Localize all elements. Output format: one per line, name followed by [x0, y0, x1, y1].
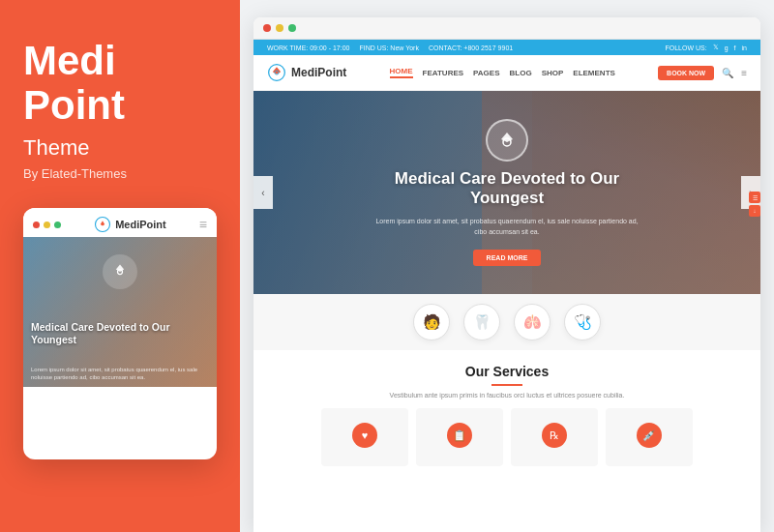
infobar-follow: FOLLOW US: [666, 44, 707, 51]
our-services-description: Vestibulum ante ipsum primis in faucibus… [273, 392, 741, 399]
service-icons-row: 🧑 🦷 🫁 🩺 [253, 294, 760, 350]
navbar-link-pages[interactable]: PAGES [473, 69, 499, 77]
theme-subtitle: Theme [23, 135, 89, 161]
search-icon[interactable]: 🔍 [722, 68, 733, 78]
desktop-info-bar: WORK TIME: 09:00 - 17:00 FIND US: New Yo… [253, 40, 760, 55]
records-icon: 📋 [447, 423, 472, 448]
mobile-hero: Medical Care Devoted to Our Youngest Lor… [23, 237, 217, 387]
infobar-contact: CONTACT: +800 2517 9901 [429, 44, 513, 51]
mobile-logo: MediPoint [94, 216, 166, 233]
navbar-right: BOOK NOW 🔍 ≡ [658, 66, 747, 80]
desktop-hero: Medical Care Devoted to Our Youngest Lor… [253, 91, 760, 294]
hamburger-icon[interactable]: ≡ [741, 68, 747, 78]
navbar-link-home[interactable]: HOME [390, 67, 413, 78]
infobar-left: WORK TIME: 09:00 - 17:00 FIND US: New Yo… [267, 44, 513, 51]
service-card-records[interactable]: 📋 [416, 408, 503, 466]
navbar-logo-text: MediPoint [291, 66, 346, 79]
stethoscope-icon: 🩺 [574, 313, 592, 331]
person-icon: 🧑 [423, 313, 441, 331]
theme-name: Medi Point [23, 39, 125, 128]
tooth-icon: 🦷 [473, 313, 491, 331]
social-t[interactable]: 𝕏 [713, 44, 719, 51]
infobar-right: FOLLOW US: 𝕏 g f in [666, 44, 748, 51]
service-card-injections[interactable]: 💉 [606, 408, 693, 466]
book-now-button[interactable]: BOOK NOW [658, 66, 714, 80]
desktop-title-bar [253, 17, 760, 40]
desktop-dot-yellow [276, 24, 283, 32]
hero-arrow-left[interactable]: ‹ [253, 176, 273, 209]
navbar-link-blog[interactable]: BLOG [510, 69, 532, 77]
read-more-button[interactable]: READ MORE [473, 250, 542, 266]
social-f[interactable]: f [734, 44, 736, 51]
infobar-find-us: FIND US: New York [359, 44, 418, 51]
mobile-hero-logo-icon [103, 254, 137, 289]
hero-content: Medical Care Devoted to Our Youngest Lor… [372, 119, 642, 266]
our-services-divider [491, 384, 522, 386]
desktop-mockup: WORK TIME: 09:00 - 17:00 FIND US: New Yo… [253, 17, 760, 532]
hero-title: Medical Care Devoted to Our Youngest [372, 169, 642, 209]
mobile-dot-yellow [44, 222, 50, 228]
navbar-links: HOME FEATURES PAGES BLOG SHOP ELEMENTS [390, 67, 615, 78]
mobile-dot-green [54, 222, 61, 228]
our-services-section: Our Services Vestibulum ante ipsum primi… [253, 350, 760, 476]
social-in[interactable]: in [742, 44, 747, 51]
mobile-window-dots [33, 222, 61, 228]
service-icon-tooth[interactable]: 🦷 [463, 304, 500, 340]
cardiology-icon: ♥ [352, 423, 377, 448]
injection-icon: 💉 [637, 423, 662, 448]
service-icon-person[interactable]: 🧑 [413, 304, 450, 340]
scroll-badge-top[interactable]: ☰ [749, 192, 760, 203]
hero-logo-icon [486, 119, 528, 162]
desktop-dot-green [288, 24, 296, 32]
mobile-menu-icon[interactable]: ≡ [199, 217, 207, 232]
navbar-logo: MediPoint [267, 63, 346, 82]
service-icon-lung[interactable]: 🫁 [514, 304, 551, 340]
right-panel: WORK TIME: 09:00 - 17:00 FIND US: New Yo… [240, 0, 774, 532]
right-scrollbar: ☰ ↓ [749, 17, 760, 217]
social-g[interactable]: g [725, 44, 729, 51]
navbar-logo-icon [267, 63, 286, 82]
mobile-hero-title: Medical Care Devoted to Our Youngest [31, 321, 209, 346]
services-cards-row: ♥ 📋 ℞ 💉 [273, 408, 741, 466]
our-services-title: Our Services [273, 364, 741, 379]
desktop-navbar: MediPoint HOME FEATURES PAGES BLOG SHOP … [253, 55, 760, 91]
lung-icon: 🫁 [523, 313, 542, 331]
theme-author: By Elated-Themes [23, 166, 127, 181]
desktop-dot-red [263, 24, 271, 32]
infobar-work-time: WORK TIME: 09:00 - 17:00 [267, 44, 349, 51]
service-icon-stethoscope[interactable]: 🩺 [564, 304, 601, 340]
service-card-cardiology[interactable]: ♥ [321, 408, 408, 466]
hero-description: Lorem ipsum dolor sit amet, sit probatus… [372, 216, 642, 237]
scroll-badge-bottom[interactable]: ↓ [749, 205, 760, 217]
mobile-dot-red [33, 222, 40, 228]
mobile-hero-desc: Lorem ipsum dolor sit amet, sit probatus… [31, 366, 209, 382]
mobile-top-bar: MediPoint ≡ [23, 208, 217, 237]
navbar-link-features[interactable]: FEATURES [423, 69, 464, 77]
pharmacy-icon: ℞ [542, 423, 567, 448]
navbar-link-elements[interactable]: ELEMENTS [573, 69, 615, 77]
mobile-logo-text: MediPoint [115, 219, 166, 230]
mobile-mockup: MediPoint ≡ Medical Care Devoted to Our … [23, 208, 217, 459]
left-panel: Medi Point Theme By Elated-Themes MediPo… [0, 0, 240, 532]
navbar-link-shop[interactable]: SHOP [542, 69, 564, 77]
mobile-logo-icon [94, 216, 111, 233]
service-card-pharmacy[interactable]: ℞ [511, 408, 598, 466]
